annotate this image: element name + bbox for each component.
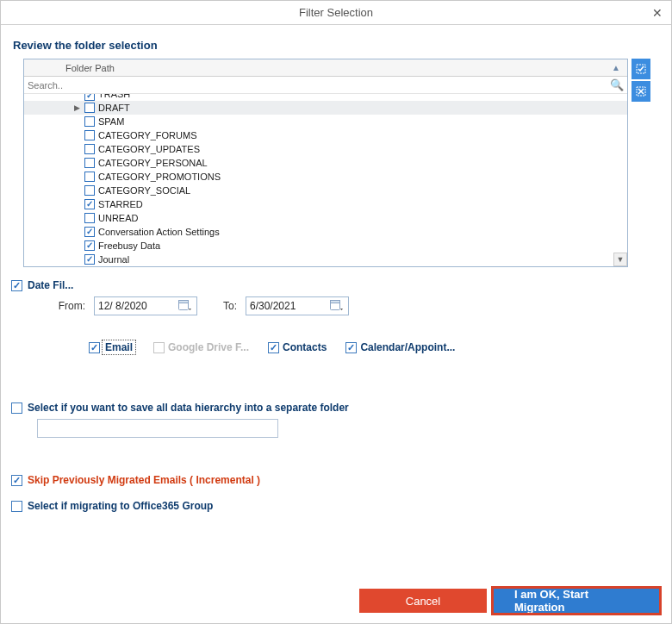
type-contacts-label: Contacts [283, 341, 327, 353]
type-contacts[interactable]: Contacts [268, 341, 327, 353]
to-date-field[interactable]: 6/30/2021 [246, 296, 349, 315]
folder-row[interactable]: Journal [24, 253, 627, 266]
folder-label: SPAM [98, 115, 124, 128]
type-calendar-checkbox[interactable] [345, 342, 357, 353]
o365-label: Select if migrating to Office365 Group [28, 500, 213, 512]
type-calendar-label: Calendar/Appoint... [360, 341, 455, 353]
folder-row[interactable]: ▶DRAFT [24, 101, 627, 115]
folder-checkbox[interactable] [84, 116, 95, 127]
folder-label: Conversation Action Settings [98, 225, 220, 239]
date-filter-checkbox-row: Date Fil... [11, 279, 661, 291]
window-title: Filter Selection [299, 6, 373, 19]
type-contacts-checkbox[interactable] [268, 342, 279, 353]
folder-checkbox[interactable] [84, 185, 95, 196]
hierarchy-checkbox[interactable] [11, 402, 22, 414]
date-filter-label: Date Fil... [28, 279, 73, 291]
skip-checkbox-row: Skip Previously Migrated Emails ( Increm… [11, 474, 661, 486]
grid-column-header[interactable]: Folder Path ▲ [24, 59, 627, 77]
folder-label: STARRED [98, 197, 143, 211]
type-drive-checkbox [153, 342, 165, 353]
folder-checkbox[interactable] [84, 227, 95, 237]
folder-row[interactable]: CATEGORY_SOCIAL [24, 184, 627, 197]
folder-row[interactable]: UNREAD [24, 211, 627, 225]
folder-label: UNREAD [98, 211, 138, 225]
svg-rect-3 [179, 301, 189, 303]
type-email-checkbox[interactable] [89, 342, 100, 353]
search-input[interactable] [24, 77, 608, 93]
folder-label: CATEGORY_FORUMS [98, 128, 197, 142]
grid-search-row: 🔍 [24, 77, 627, 94]
folder-checkbox[interactable] [84, 103, 95, 113]
folder-row[interactable]: CATEGORY_PROMOTIONS [24, 170, 627, 184]
cancel-button[interactable]: Cancel [359, 589, 487, 613]
folder-row[interactable]: CATEGORY_PERSONAL [24, 156, 627, 170]
folder-label: Journal [98, 253, 129, 266]
folder-checkbox[interactable] [84, 172, 95, 182]
folder-label: CATEGORY_SOCIAL [98, 184, 190, 197]
hierarchy-checkbox-row: Select if you want to save all data hier… [11, 402, 661, 414]
folder-row[interactable]: TRASH [24, 94, 627, 101]
folder-checkbox[interactable] [84, 144, 95, 154]
folder-checkbox[interactable] [84, 213, 95, 223]
hierarchy-label: Select if you want to save all data hier… [28, 402, 349, 414]
folder-checkbox[interactable] [84, 158, 95, 168]
skip-label: Skip Previously Migrated Emails ( Increm… [28, 474, 260, 486]
deselect-all-button[interactable] [632, 81, 650, 102]
select-all-button[interactable] [632, 59, 650, 79]
search-icon[interactable]: 🔍 [610, 78, 624, 91]
calendar-dropdown-icon[interactable] [329, 299, 345, 313]
folder-checkbox[interactable] [84, 130, 95, 140]
folder-row[interactable]: Freebusy Data [24, 239, 627, 253]
folder-label: TRASH [98, 94, 130, 101]
folder-label: CATEGORY_PERSONAL [98, 156, 208, 170]
folder-row[interactable]: SPAM [24, 115, 627, 128]
o365-checkbox[interactable] [11, 501, 22, 512]
o365-checkbox-row: Select if migrating to Office365 Group [11, 500, 661, 512]
type-drive-label: Google Drive F... [168, 341, 249, 353]
to-date-value: 6/30/2021 [250, 300, 296, 312]
folder-row[interactable]: STARRED [24, 197, 627, 211]
sort-arrow-icon[interactable]: ▲ [610, 62, 622, 74]
close-icon[interactable]: ✕ [644, 1, 671, 25]
folder-row[interactable]: CATEGORY_UPDATES [24, 142, 627, 156]
folder-checkbox[interactable] [84, 94, 95, 101]
date-filter-checkbox[interactable] [11, 280, 22, 291]
folder-checkbox[interactable] [84, 199, 95, 209]
folder-label: Freebusy Data [98, 239, 160, 253]
type-email-label: Email [103, 341, 134, 353]
type-filter-row: Email Google Drive F... Contacts Calenda… [89, 341, 661, 353]
from-date-value: 12/ 8/2020 [98, 300, 147, 312]
folder-row[interactable]: Conversation Action Settings [24, 225, 627, 239]
start-migration-button[interactable]: I am OK, Start Migration [494, 589, 659, 613]
folder-row[interactable]: CATEGORY_FORUMS [24, 128, 627, 142]
type-drive: Google Drive F... [153, 341, 249, 353]
titlebar: Filter Selection ✕ [1, 1, 671, 25]
to-label: To: [206, 300, 237, 312]
folder-checkbox[interactable] [84, 254, 95, 265]
type-email[interactable]: Email [89, 341, 134, 353]
folder-label: CATEGORY_UPDATES [98, 142, 200, 156]
folder-grid: Folder Path ▲ 🔍 TRASH▶DRAFTSPAMCATEGORY_… [23, 59, 628, 267]
review-header: Review the folder selection [13, 39, 661, 52]
folder-label: DRAFT [98, 101, 130, 115]
column-label: Folder Path [65, 63, 115, 73]
folder-label: CATEGORY_PROMOTIONS [98, 170, 221, 184]
from-label: From: [54, 300, 85, 312]
hierarchy-folder-input[interactable] [37, 419, 278, 438]
type-calendar[interactable]: Calendar/Appoint... [345, 341, 455, 353]
folder-checkbox[interactable] [84, 240, 95, 251]
from-date-field[interactable]: 12/ 8/2020 [94, 296, 197, 315]
folder-tree[interactable]: TRASH▶DRAFTSPAMCATEGORY_FORUMSCATEGORY_U… [24, 94, 627, 266]
skip-checkbox[interactable] [11, 475, 22, 486]
svg-rect-5 [331, 301, 340, 303]
scroll-down-icon[interactable]: ▼ [613, 253, 627, 266]
calendar-dropdown-icon[interactable] [177, 299, 193, 313]
expander-icon[interactable]: ▶ [72, 101, 81, 115]
